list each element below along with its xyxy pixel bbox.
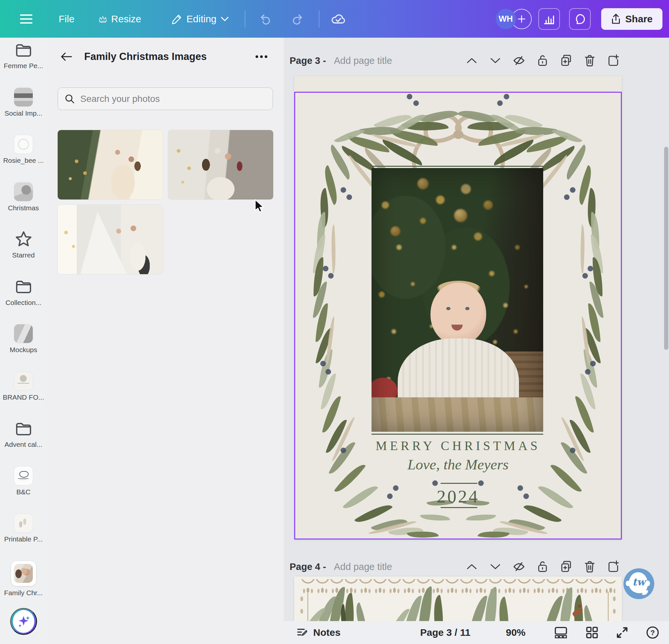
grid-view-rows-button[interactable] (552, 626, 569, 639)
panel-title: Family Christmas Images (84, 51, 207, 62)
resize-button[interactable]: Resize (97, 13, 143, 25)
page3-card[interactable]: MERRY CHRISTMAS Love, the Meyers 2024 (294, 76, 622, 540)
page-indicator[interactable]: Page 3 / 11 (420, 627, 470, 638)
redo-button[interactable] (289, 13, 306, 25)
file-menu-button[interactable]: File (57, 13, 76, 25)
duplicate-icon (560, 54, 572, 67)
trash-icon (584, 560, 595, 573)
file-label: File (59, 13, 74, 25)
trash-icon (584, 54, 595, 67)
photos-panel: Family Christmas Images (47, 38, 284, 644)
lock-page-button[interactable] (535, 53, 550, 68)
baby-photo[interactable] (371, 168, 543, 432)
move-page-down-button[interactable] (488, 53, 502, 68)
search-input[interactable] (80, 94, 266, 104)
sidebar-item-label: Family Chr... (4, 589, 43, 597)
sidebar-item-social[interactable]: Social Imp... (0, 88, 47, 117)
lock-page-button[interactable] (535, 559, 550, 574)
sidebar-item-starred[interactable]: Starred (0, 230, 47, 259)
notes-label: Notes (313, 627, 340, 638)
sidebar-item-rosie[interactable]: Rosie_bee ... (0, 135, 47, 164)
comments-button[interactable] (569, 8, 591, 30)
notes-button[interactable]: Notes (294, 627, 342, 639)
editing-label: Editing (186, 13, 216, 25)
sidebar-item-brand[interactable]: BRAND FO... (0, 372, 47, 401)
sidebar-item-label: Collection... (5, 299, 42, 306)
move-page-up-button[interactable] (465, 53, 479, 68)
move-page-up-button[interactable] (465, 559, 479, 574)
folder-icon (14, 40, 33, 59)
hide-page-button[interactable] (512, 53, 526, 68)
delete-page-button[interactable] (583, 53, 597, 68)
grid-icon (586, 626, 598, 639)
folder-thumbnail (14, 324, 33, 343)
sidebar-item-christmas[interactable]: Christmas (0, 183, 47, 212)
photo-thumbnail-2[interactable] (168, 130, 273, 200)
canvas-scrollbar[interactable] (664, 147, 668, 350)
zoom-level[interactable]: 90% (506, 627, 526, 638)
arrow-left-icon (61, 52, 72, 61)
photo-thumbnail-1[interactable] (58, 130, 163, 200)
back-button[interactable] (59, 52, 74, 62)
sidebar-item-collections[interactable]: Collection... (0, 277, 47, 306)
card-year[interactable]: 2024 (294, 486, 622, 507)
pencil-icon (171, 13, 183, 25)
sidebar-item-femme[interactable]: Femme Pe... (0, 40, 47, 70)
search-icon (65, 94, 75, 104)
user-avatar[interactable]: WH (496, 9, 516, 29)
photo-top-rule (371, 166, 543, 167)
year-rule-top (441, 483, 477, 484)
sidebar-item-label: Starred (12, 251, 35, 259)
photo-thumbnail-3[interactable] (58, 205, 163, 274)
unlock-icon (537, 560, 548, 573)
insights-button[interactable] (538, 8, 560, 30)
editing-mode-button[interactable]: Editing (169, 13, 231, 25)
help-button[interactable]: ? (644, 626, 661, 640)
share-button[interactable]: Share (601, 8, 663, 30)
page4-toolbar (465, 559, 621, 574)
sidebar-item-mockups[interactable]: Mockups (0, 324, 47, 354)
folders-sidebar: Femme Pe...Social Imp...Rosie_bee ...Chr… (0, 38, 47, 644)
panel-more-button[interactable] (253, 55, 270, 59)
sidebar-item-label: Printable P... (4, 535, 43, 543)
plus-icon (517, 14, 526, 24)
hide-page-button[interactable] (512, 559, 526, 574)
duplicate-page-button[interactable] (559, 53, 573, 68)
grid-view-button[interactable] (584, 626, 600, 639)
card-signature[interactable]: Love, the Meyers (294, 456, 622, 473)
fullscreen-button[interactable] (614, 626, 630, 639)
move-page-down-button[interactable] (488, 559, 502, 574)
resize-label: Resize (111, 13, 141, 25)
main-menu-button[interactable] (18, 14, 34, 24)
add-page-button[interactable] (606, 559, 621, 574)
christmas-card-design[interactable]: MERRY CHRISTMAS Love, the Meyers 2024 (294, 92, 622, 540)
undo-button[interactable] (257, 13, 274, 25)
sidebar-item-advent[interactable]: Advent cal... (0, 419, 47, 448)
folder-thumbnail (14, 467, 33, 485)
magic-ai-button[interactable] (10, 608, 37, 635)
svg-text:?: ? (650, 629, 655, 637)
card-heading[interactable]: MERRY CHRISTMAS (294, 438, 622, 453)
mouse-cursor (254, 199, 266, 213)
sidebar-item-label: Christmas (8, 204, 39, 212)
sidebar-item-printable[interactable]: Printable P... (0, 514, 47, 543)
page4-title-input[interactable]: Add page title (329, 561, 394, 573)
search-box[interactable] (58, 87, 273, 110)
folder-thumbnail (14, 88, 33, 106)
folder-icon (14, 277, 33, 296)
add-page-button[interactable] (606, 53, 621, 68)
topbar: File Resize Editing WH (0, 0, 669, 38)
chevron-down-icon (220, 16, 229, 22)
delete-page-button[interactable] (583, 559, 597, 574)
duplicate-page-button[interactable] (559, 559, 573, 574)
tw-extension-badge[interactable]: tw (624, 568, 654, 599)
sidebar-item-family[interactable]: Family Chr... (0, 561, 47, 597)
page4-card[interactable] (294, 576, 622, 621)
expand-icon (616, 626, 628, 639)
page3-title-input[interactable]: Add page title (329, 55, 394, 67)
folder-thumbnail (14, 135, 33, 154)
editor-canvas: Page 3 - Add page title (284, 38, 669, 621)
share-upload-icon (611, 13, 621, 25)
slideshow-view-icon (554, 626, 567, 639)
sidebar-item-bc[interactable]: B&C (0, 467, 47, 496)
